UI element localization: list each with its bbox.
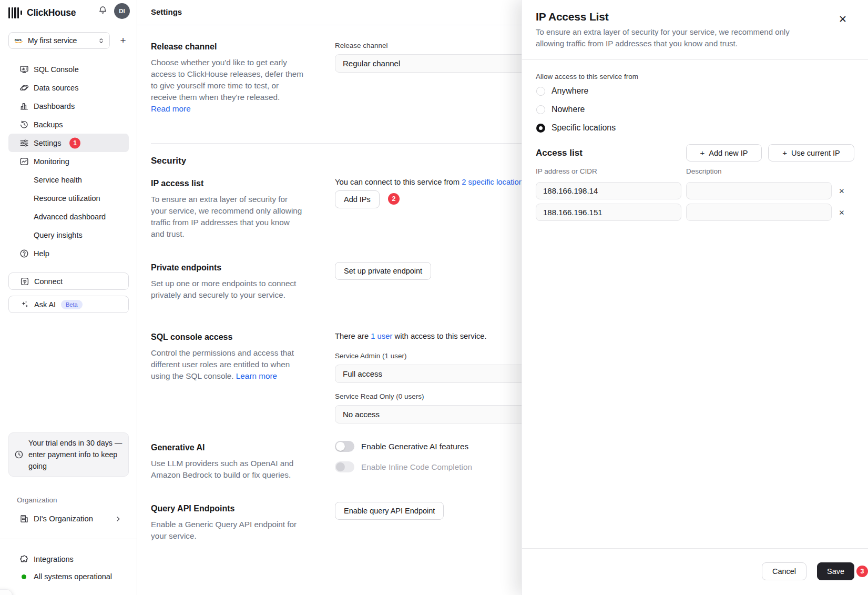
remove-ip-icon[interactable]: ✕ <box>836 207 847 218</box>
private-endpoints-heading: Private endpoints <box>151 263 221 273</box>
step-badge-3: 3 <box>856 566 868 577</box>
ip-input[interactable]: 188.166.196.151 <box>536 204 681 221</box>
brand-name: ClickHouse <box>27 7 76 18</box>
ask-ai-button[interactable]: Ask AI Beta <box>8 296 129 313</box>
service-readonly-label: Service Read Only (0 users) <box>335 392 424 400</box>
generative-ai-toggle[interactable] <box>335 441 354 452</box>
setup-private-endpoint-button[interactable]: Set up private endpoint <box>335 262 431 280</box>
ip-access-list-panel: IP Access List ✕ To ensure an extra laye… <box>522 0 868 595</box>
add-new-ip-button[interactable]: + Add new IP <box>686 144 762 162</box>
trial-notice-text: Your trial ends in 30 days — enter payme… <box>28 437 123 472</box>
use-current-ip-button[interactable]: + Use current IP <box>768 144 854 162</box>
status-dot-icon <box>22 574 26 579</box>
clickhouse-logo-icon <box>8 7 22 18</box>
inline-completion-toggle[interactable] <box>335 461 354 472</box>
organization-section-label: Organization <box>17 496 57 504</box>
help-icon <box>19 249 29 258</box>
specific-locations-link[interactable]: 2 specific locations. <box>462 178 522 186</box>
sidebar-item-query-insights[interactable]: Query insights <box>8 226 129 244</box>
avatar[interactable]: DI <box>114 3 130 19</box>
service-admin-label: Service Admin (1 user) <box>335 352 407 360</box>
save-button[interactable]: Save <box>817 562 854 580</box>
history-icon <box>19 120 29 129</box>
sidebar-item-settings[interactable]: Settings 1 <box>8 134 129 152</box>
chevron-right-icon <box>115 516 121 522</box>
orbit-icon <box>19 83 29 93</box>
status-label: All systems operational <box>34 572 112 581</box>
sidebar-item-dashboards[interactable]: Dashboards <box>8 97 129 115</box>
integrations-link[interactable]: Integrations <box>8 551 129 567</box>
radio-circle-icon <box>536 105 545 114</box>
release-channel-description: Choose whether you'd like to get early a… <box>151 57 303 115</box>
puzzle-icon <box>19 554 29 564</box>
plus-icon: + <box>782 148 787 157</box>
line-chart-icon <box>19 157 29 166</box>
brand: ClickHouse <box>8 4 131 21</box>
ip-access-list-heading: IP access list <box>151 179 203 188</box>
service-readonly-select[interactable]: No access <box>335 405 522 423</box>
learn-more-link[interactable]: Learn more <box>236 371 277 380</box>
add-service-button[interactable]: + <box>117 34 129 47</box>
description-input[interactable] <box>686 182 832 199</box>
generative-ai-description: Use LLM providers such as OpenAI and Ama… <box>151 458 303 481</box>
service-admin-select[interactable]: Full access <box>335 365 522 383</box>
access-list-heading: Access list <box>536 148 583 158</box>
add-ips-button[interactable]: Add IPs <box>335 190 380 208</box>
ip-column-label: IP address or CIDR <box>536 167 597 175</box>
sidebar: ClickHouse DI aws My first service + SQL… <box>0 0 137 595</box>
description-column-label: Description <box>686 167 722 175</box>
sql-console-access-heading: SQL console access <box>151 332 232 342</box>
organization-switcher[interactable]: DI's Organization <box>8 510 129 527</box>
sidebar-item-monitoring[interactable]: Monitoring <box>8 152 129 170</box>
sidebar-item-advanced-dashboard[interactable]: Advanced dashboard <box>8 207 129 226</box>
users-with-access-text: There are 1 user with access to this ser… <box>335 332 487 340</box>
trial-notice: Your trial ends in 30 days — enter payme… <box>8 432 129 477</box>
sidebar-item-backups[interactable]: Backups <box>8 115 129 134</box>
cancel-button[interactable]: Cancel <box>762 562 806 580</box>
connect-from-text: You can connect to this service from 2 s… <box>335 178 522 186</box>
system-status[interactable]: All systems operational <box>8 569 129 584</box>
connect-button[interactable]: Connect <box>8 273 129 290</box>
aws-icon: aws <box>14 37 24 44</box>
sidebar-divider <box>0 539 137 539</box>
close-icon[interactable]: ✕ <box>836 13 849 25</box>
query-api-heading: Query API Endpoints <box>151 504 234 513</box>
one-user-link[interactable]: 1 user <box>371 332 392 340</box>
radio-anywhere[interactable]: Anywhere <box>536 86 588 96</box>
sidebar-item-data-sources[interactable]: Data sources <box>8 78 129 97</box>
radio-nowhere[interactable]: Nowhere <box>536 105 585 114</box>
enable-query-api-button[interactable]: Enable query API Endpoint <box>335 502 444 520</box>
sidebar-item-sql-console[interactable]: SQL Console <box>8 60 129 78</box>
private-endpoints-description: Set up one or more endpoints to connect … <box>151 278 303 301</box>
panel-title: IP Access List <box>536 11 608 23</box>
sidebar-item-resource-utilization[interactable]: Resource utilization <box>8 189 129 207</box>
release-channel-select[interactable]: Regular channel <box>335 54 522 73</box>
sidebar-nav: SQL Console Data sources Dashboards Back… <box>8 60 129 263</box>
topbar-divider <box>137 25 522 25</box>
bar-chart-icon <box>19 102 29 111</box>
settings-notification-badge: 1 <box>69 137 80 148</box>
allow-access-label: Allow access to this service from <box>536 73 638 80</box>
ip-input[interactable]: 188.166.198.14 <box>536 182 681 199</box>
beta-badge: Beta <box>61 300 83 309</box>
sparkles-icon <box>20 300 29 309</box>
step-badge-2: 2 <box>388 193 400 205</box>
remove-ip-icon[interactable]: ✕ <box>836 185 847 197</box>
panel-footer-divider <box>522 548 868 549</box>
generative-ai-heading: Generative AI <box>151 443 205 452</box>
panel-header-divider <box>522 59 868 60</box>
notifications-bell-icon[interactable] <box>95 3 110 17</box>
radio-specific-locations[interactable]: Specific locations <box>536 123 616 133</box>
sql-console-access-description: Control the permissions and access that … <box>151 347 303 382</box>
building-icon <box>19 514 29 523</box>
radio-checked-icon <box>536 124 545 133</box>
sliders-icon <box>19 138 29 148</box>
sidebar-item-service-health[interactable]: Service health <box>8 170 129 189</box>
generative-ai-toggle-row: Enable Generative AI features <box>335 441 468 452</box>
chevron-updown-icon <box>98 37 105 44</box>
description-input[interactable] <box>686 204 832 221</box>
read-more-link[interactable]: Read more <box>151 104 191 113</box>
service-selector[interactable]: aws My first service <box>8 32 110 49</box>
sidebar-item-help[interactable]: Help <box>8 244 129 263</box>
query-api-description: Enable a Generic Query API endpoint for … <box>151 519 303 542</box>
